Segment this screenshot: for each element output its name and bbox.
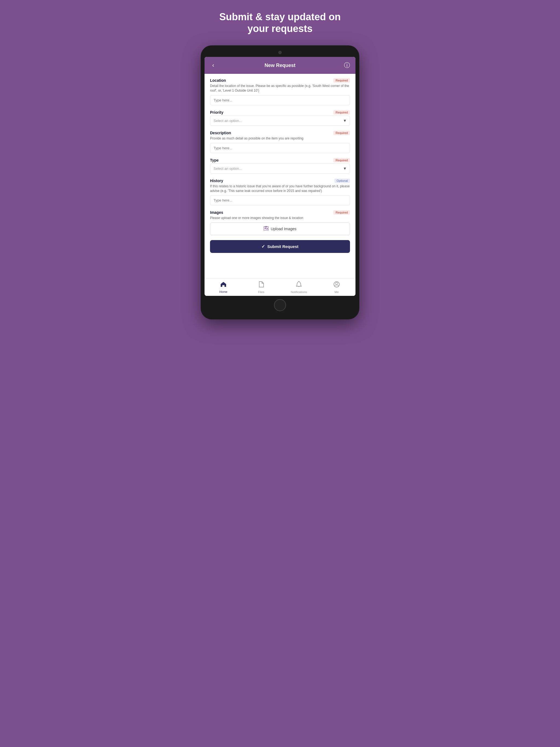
upload-icon	[263, 226, 269, 232]
priority-section: Priority Required Select an option... ▼	[210, 110, 350, 126]
submit-check-icon: ✓	[261, 244, 265, 249]
description-header: Description Required	[210, 131, 350, 135]
priority-select[interactable]: Select an option...	[210, 115, 350, 126]
home-icon	[220, 281, 227, 289]
submit-request-button[interactable]: ✓ Submit Request	[210, 240, 350, 253]
history-header: History Optional	[210, 179, 350, 183]
nav-files-label: Files	[258, 290, 264, 294]
submit-button-label: Submit Request	[267, 244, 298, 249]
type-select-wrapper: Select an option... ▼	[210, 163, 350, 174]
nav-item-notifications[interactable]: Notifications	[291, 281, 307, 294]
camera-dot	[278, 51, 282, 54]
info-button[interactable]: ⓘ	[344, 61, 350, 70]
tablet-device: ‹ New Request ⓘ Location Required Detail…	[201, 45, 359, 319]
type-select[interactable]: Select an option...	[210, 163, 350, 174]
priority-select-wrapper: Select an option... ▼	[210, 115, 350, 126]
location-required-badge: Required	[333, 78, 350, 83]
images-label: Images	[210, 210, 223, 215]
tablet-screen: ‹ New Request ⓘ Location Required Detail…	[205, 57, 355, 296]
history-description: If this relates to a historic issue that…	[210, 184, 350, 193]
history-section: History Optional If this relates to a hi…	[210, 179, 350, 206]
me-icon	[333, 281, 340, 289]
content-footer-space	[210, 257, 350, 274]
type-section: Type Required Select an option... ▼	[210, 158, 350, 174]
header-title: New Request	[264, 62, 295, 68]
description-label: Description	[210, 131, 231, 135]
upload-images-label: Upload Images	[271, 227, 297, 231]
back-button[interactable]: ‹	[210, 61, 216, 70]
location-label: Location	[210, 78, 226, 83]
images-header: Images Required	[210, 210, 350, 215]
notifications-icon	[296, 281, 302, 289]
tablet-home-button[interactable]	[274, 299, 286, 311]
page-headline: Submit & stay updated on your requests	[219, 11, 341, 34]
nav-notifications-label: Notifications	[291, 290, 307, 294]
description-section: Description Required Provide as much det…	[210, 131, 350, 153]
history-input[interactable]	[210, 195, 350, 205]
files-icon	[258, 281, 264, 289]
nav-me-label: Me	[334, 290, 338, 294]
priority-label: Priority	[210, 110, 223, 114]
app-header: ‹ New Request ⓘ	[205, 57, 355, 74]
type-label: Type	[210, 158, 219, 162]
form-content: Location Required Detail the location of…	[205, 74, 355, 278]
description-input[interactable]	[210, 143, 350, 153]
location-header: Location Required	[210, 78, 350, 83]
images-required-badge: Required	[333, 210, 350, 215]
history-optional-badge: Optional	[334, 179, 350, 183]
history-label: History	[210, 179, 223, 183]
images-section: Images Required Please upload one or mor…	[210, 210, 350, 235]
nav-item-me[interactable]: Me	[328, 281, 345, 294]
priority-header: Priority Required	[210, 110, 350, 114]
images-description: Please upload one or more images showing…	[210, 216, 350, 221]
location-input[interactable]	[210, 95, 350, 105]
description-required-badge: Required	[333, 131, 350, 135]
type-header: Type Required	[210, 158, 350, 162]
location-description: Detail the location of the issue. Please…	[210, 84, 350, 93]
nav-home-label: Home	[219, 290, 227, 293]
location-section: Location Required Detail the location of…	[210, 78, 350, 105]
svg-point-4	[335, 282, 338, 285]
bottom-navigation: Home Files Notificatio	[205, 278, 355, 296]
nav-item-files[interactable]: Files	[253, 281, 269, 294]
nav-item-home[interactable]: Home	[215, 281, 232, 293]
upload-images-button[interactable]: Upload Images	[210, 223, 350, 235]
type-required-badge: Required	[333, 158, 350, 162]
description-desc: Provide as much detail as possible on th…	[210, 136, 350, 141]
svg-point-2	[265, 228, 266, 229]
priority-required-badge: Required	[333, 110, 350, 114]
